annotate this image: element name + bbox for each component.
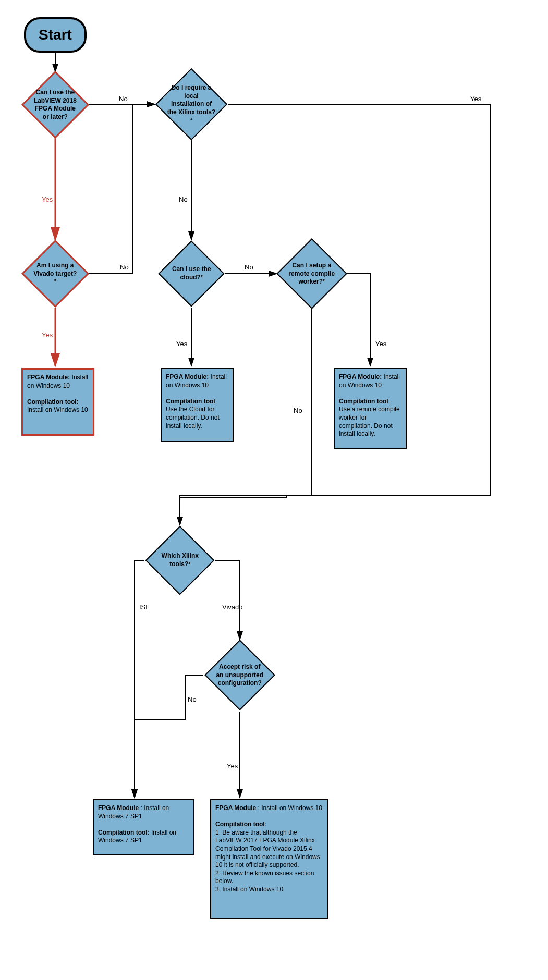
edge-label: No: [179, 195, 188, 203]
edge-label: No: [188, 695, 197, 703]
decision-accept-risk: Accept risk of an unsupported configurat…: [204, 640, 275, 710]
value: Install on Windows 10: [27, 406, 88, 413]
edge-label: Yes: [227, 762, 238, 770]
value: : Install on Windows 10: [256, 804, 322, 812]
decision-text: Can I use the LabVIEW 2018 FPGA Module o…: [33, 89, 78, 121]
decision-text: Which Xilinx tools?³: [156, 552, 203, 568]
label: FPGA Module:: [339, 373, 382, 381]
decision-text: Can I setup a remote compile worker?²: [288, 262, 336, 286]
label: FPGA Module:: [166, 373, 209, 381]
decision-text: Am I using a Vivado target?³: [33, 262, 78, 286]
decision-text: Do I require a local installation of the…: [167, 84, 216, 125]
edge-label: No: [119, 95, 128, 103]
edge-label: No: [120, 263, 129, 271]
decision-local-install: Do I require a local installation of the…: [155, 68, 228, 141]
decision-vivado-target: Am I using a Vivado target?³: [21, 240, 89, 308]
edge-label: Yes: [42, 195, 53, 203]
result-remote-worker: FPGA Module: Install on Windows 10Compil…: [334, 368, 407, 449]
label: Compilation tool:: [27, 398, 79, 406]
label: FPGA Module: [98, 804, 139, 812]
result-win10-local: FPGA Module: Install on Windows 10Compil…: [21, 368, 94, 436]
decision-labview2018: Can I use the LabVIEW 2018 FPGA Module o…: [21, 71, 89, 139]
label: FPGA Module:: [27, 374, 70, 381]
result-win7: FPGA Module : Install on Windows 7 SP1Co…: [93, 799, 194, 855]
label: Compilation tool: [215, 820, 265, 828]
label: FPGA Module: [215, 804, 256, 812]
decision-text: Accept risk of an unsupported configurat…: [216, 663, 264, 688]
label: Compilation tool: [339, 398, 388, 405]
edge-label: No: [294, 407, 302, 414]
edge-label: Yes: [176, 340, 187, 348]
edge-label: ISE: [139, 603, 150, 611]
decision-which-xilinx: Which Xilinx tools?³: [145, 526, 215, 595]
decision-cloud: Can I use the cloud?²: [158, 240, 224, 307]
edge-label: Yes: [470, 95, 481, 103]
edge-label: Vivado: [222, 603, 243, 611]
edge-label: No: [245, 263, 253, 271]
result-cloud: FPGA Module: Install on Windows 10Compil…: [161, 368, 234, 442]
start-node: Start: [24, 17, 87, 53]
edge-label: Yes: [42, 331, 53, 339]
label: Compilation tool: [166, 398, 215, 405]
value: 1. Be aware that although the LabVIEW 20…: [215, 829, 320, 868]
result-vivado-unsupported: FPGA Module : Install on Windows 10Compi…: [210, 799, 328, 919]
start-text: Start: [39, 26, 72, 44]
value: 2. Review the known issues section below…: [215, 869, 314, 885]
decision-text: Can I use the cloud?²: [169, 265, 214, 281]
value: 3. Install on Windows 10: [215, 886, 283, 893]
decision-remote-worker: Can I setup a remote compile worker?²: [276, 238, 347, 309]
edge-label: Yes: [375, 340, 386, 348]
label: Compilation tool:: [98, 829, 150, 836]
